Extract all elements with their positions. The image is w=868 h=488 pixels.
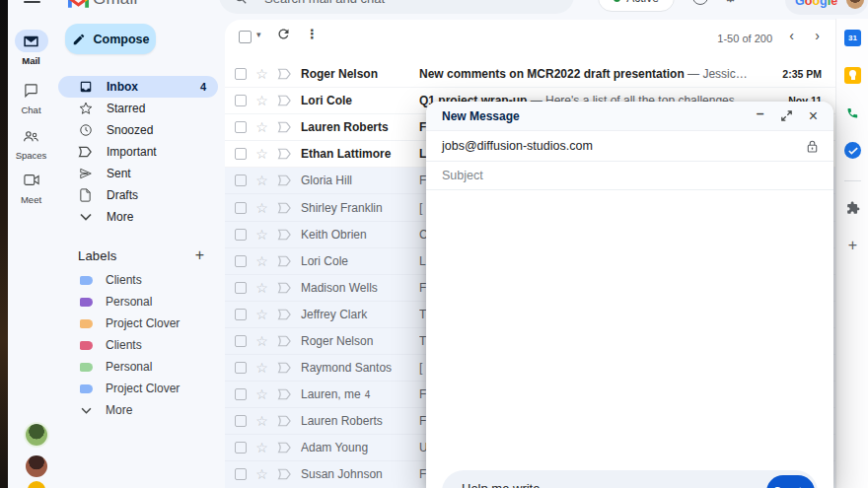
star-icon[interactable]: ☆ — [254, 147, 269, 161]
voice-icon[interactable] — [844, 105, 861, 121]
row-checkbox[interactable] — [235, 148, 247, 160]
settings-gear-icon[interactable]: ⚙ — [724, 0, 737, 6]
addons-icon[interactable] — [844, 199, 861, 216]
label-item[interactable]: Personal — [58, 291, 218, 313]
row-checkbox[interactable] — [235, 68, 247, 80]
select-all-checkbox[interactable] — [239, 31, 252, 43]
row-checkbox[interactable] — [235, 121, 247, 133]
star-icon[interactable]: ☆ — [254, 228, 269, 242]
recipients-field[interactable]: jobs@diffusion-studios.com — [426, 131, 833, 162]
important-icon[interactable] — [277, 68, 293, 80]
row-checkbox[interactable] — [235, 415, 247, 427]
create-button[interactable]: Create — [766, 475, 815, 488]
older-page-icon[interactable]: › — [815, 28, 820, 43]
important-icon[interactable] — [277, 95, 293, 106]
important-icon[interactable] — [277, 309, 293, 320]
tasks-icon[interactable] — [844, 142, 861, 159]
presence-avatar[interactable] — [28, 481, 45, 488]
star-icon[interactable]: ☆ — [254, 281, 269, 295]
rail-item-meet[interactable]: Meet — [8, 169, 54, 205]
sidebar-item-snoozed[interactable]: Snoozed — [58, 119, 218, 141]
subject-input[interactable] — [442, 169, 818, 182]
sidebar-item-starred[interactable]: Starred — [58, 98, 218, 119]
important-icon[interactable] — [277, 362, 293, 374]
label-item[interactable]: Clients — [58, 269, 218, 291]
search-bar[interactable]: Search mail and chat — [219, 0, 574, 14]
sidebar-item-sent[interactable]: Sent — [58, 163, 218, 184]
important-icon[interactable] — [277, 148, 293, 160]
row-checkbox[interactable] — [235, 468, 247, 480]
label-item[interactable]: Clients — [58, 334, 218, 356]
important-icon[interactable] — [277, 202, 293, 214]
star-icon[interactable]: ☆ — [254, 201, 269, 215]
star-icon[interactable]: ☆ — [254, 414, 269, 428]
important-icon[interactable] — [277, 121, 293, 133]
important-icon[interactable] — [277, 335, 293, 347]
labels-more[interactable]: More — [58, 399, 218, 421]
important-icon[interactable] — [277, 442, 293, 453]
star-icon[interactable]: ☆ — [254, 361, 269, 375]
refresh-icon[interactable] — [276, 27, 291, 41]
important-icon[interactable] — [277, 282, 293, 294]
star-icon[interactable]: ☆ — [254, 67, 269, 81]
row-checkbox[interactable] — [235, 362, 247, 374]
important-icon[interactable] — [277, 415, 293, 427]
row-checkbox[interactable] — [235, 388, 247, 400]
row-checkbox[interactable] — [235, 282, 247, 294]
subject-field[interactable] — [426, 162, 833, 190]
star-icon[interactable]: ☆ — [254, 467, 269, 481]
label-item[interactable]: Project Clover — [58, 313, 218, 334]
star-icon[interactable]: ☆ — [254, 387, 269, 401]
add-label-icon[interactable]: + — [195, 246, 204, 264]
row-checkbox[interactable] — [235, 309, 247, 320]
star-icon[interactable]: ☆ — [254, 120, 269, 134]
row-checkbox[interactable] — [235, 229, 247, 241]
email-row[interactable]: ☆ Roger Nelson New comments on MCR2022 d… — [225, 61, 835, 88]
rail-item-spaces[interactable]: Spaces — [8, 124, 54, 161]
keep-icon[interactable] — [844, 67, 861, 84]
compose-header[interactable]: New Message – × — [426, 102, 833, 131]
important-icon[interactable] — [277, 388, 293, 400]
sidebar-item-more[interactable]: More — [58, 206, 218, 228]
star-icon[interactable]: ☆ — [254, 174, 269, 187]
row-checkbox[interactable] — [235, 335, 247, 347]
important-icon[interactable] — [277, 229, 293, 241]
select-dropdown-icon[interactable]: ▾ — [256, 30, 261, 39]
more-options-icon[interactable]: ••• — [755, 0, 773, 4]
rail-item-mail[interactable]: Mail — [8, 30, 54, 66]
newer-page-icon[interactable]: ‹ — [789, 28, 794, 43]
row-checkbox[interactable] — [235, 174, 247, 186]
star-icon[interactable]: ☆ — [254, 308, 269, 321]
star-icon[interactable]: ☆ — [254, 254, 269, 268]
star-icon[interactable]: ☆ — [254, 441, 269, 454]
important-icon[interactable] — [277, 255, 293, 267]
close-icon[interactable]: × — [809, 108, 818, 124]
star-icon[interactable]: ☆ — [254, 94, 269, 107]
row-checkbox[interactable] — [235, 202, 247, 214]
popout-icon[interactable] — [781, 110, 792, 121]
compose-body[interactable] — [426, 190, 833, 470]
help-me-write-bar[interactable]: Help me write Create — [442, 470, 818, 488]
compose-button[interactable]: Compose — [65, 24, 156, 54]
avatar[interactable] — [846, 0, 864, 9]
row-checkbox[interactable] — [235, 255, 247, 267]
sidebar-item-inbox[interactable]: Inbox 4 — [58, 76, 218, 98]
label-item[interactable]: Personal — [58, 356, 218, 378]
calendar-icon[interactable]: 31 — [844, 30, 861, 46]
presence-avatar[interactable] — [26, 424, 47, 446]
sidebar-item-important[interactable]: Important — [58, 141, 218, 163]
add-panel-icon[interactable]: + — [844, 237, 861, 253]
sidebar-item-drafts[interactable]: Drafts — [58, 184, 218, 206]
minimize-icon[interactable]: – — [757, 106, 764, 120]
help-icon[interactable]: ? — [692, 0, 708, 5]
account-pill[interactable]: Google — [785, 0, 868, 15]
presence-avatar[interactable] — [26, 455, 47, 477]
row-checkbox[interactable] — [235, 442, 247, 453]
star-icon[interactable]: ☆ — [254, 334, 269, 348]
important-icon[interactable] — [277, 174, 293, 186]
label-item[interactable]: Project Clover — [58, 378, 218, 399]
status-selector[interactable]: Active — [598, 0, 675, 12]
rail-item-chat[interactable]: Chat — [8, 79, 54, 115]
list-more-icon[interactable]: ⋮ — [306, 27, 319, 41]
important-icon[interactable] — [277, 468, 293, 480]
